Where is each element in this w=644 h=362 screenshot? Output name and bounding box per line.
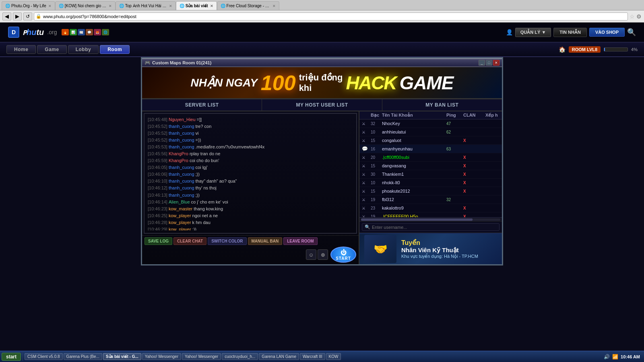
taskbar-item-7[interactable]: Warcraft III (300, 353, 325, 360)
minimize-button[interactable]: _ (479, 60, 485, 66)
manual-ban-button[interactable]: MANUAL BAN (248, 237, 283, 245)
vao-shop-button[interactable]: VÀO SHOP (589, 28, 625, 37)
chat-user[interactable]: Nguyen_Hieu (169, 116, 196, 123)
player-row-4[interactable]: ⚔ 20 .|cff00ff00subi X (359, 153, 502, 162)
player-row-8[interactable]: ⚔ 15 phoakute2012 X (359, 187, 502, 195)
chat-line-6: [10:45:56] KhangPro rplay tran do ne (148, 150, 352, 157)
player-row-2[interactable]: ⚔ 15 congaluot X (359, 136, 502, 145)
player-list-header: Bạc Tên Tài Khoản Ping CLAN Xếp h (359, 111, 502, 119)
player-row-3[interactable]: 💬 16 emanhyeunhau 63 (359, 145, 502, 153)
address-input[interactable] (43, 14, 626, 19)
switch-color-button[interactable]: SWITCH COLOR (208, 237, 246, 245)
taskbar-item-3[interactable]: Yahoo! Messenger (142, 353, 181, 360)
chat-user[interactable]: thanh_cuong (169, 178, 194, 185)
tab-sua-bai[interactable]: 🌐 Sửa bài viết ✕ (176, 1, 217, 10)
player-row-5[interactable]: ⚔ 15 dangvasang X (359, 162, 502, 170)
player-row-11[interactable]: ⚔ 19 .|CFFFFFF00.H5o X (359, 212, 502, 217)
taskbar-item-5[interactable]: cuoctruyduoi_h... (222, 353, 258, 360)
chat-input-area: ☺ ⊕ ⏻ START (144, 247, 356, 263)
tin-nhan-button[interactable]: TIN NHẮN (553, 28, 587, 37)
start-button[interactable]: ⏻ START (330, 247, 356, 263)
chat-user[interactable]: KhangPro (169, 157, 188, 164)
taskbar-item-2[interactable]: Sửa bài viết - G... (103, 353, 141, 360)
game-window-icon: 🎮 (144, 60, 151, 66)
player-row-1[interactable]: ⚔ 10 anhhieulatui 62 (359, 128, 502, 136)
reload-button[interactable]: ↺ (23, 12, 32, 21)
back-button[interactable]: ◀ (2, 12, 11, 21)
chat-time: [10:46:12] (148, 185, 167, 191)
game-window: 🎮 Custom Maps Room 01(241) _ □ ✕ NHẬN NG… (141, 57, 503, 265)
taskbar-item-0[interactable]: CSM Client v5.0.8 (25, 353, 63, 360)
chat-text: =)) (196, 137, 201, 144)
maximize-button[interactable]: □ (486, 60, 492, 66)
tab-cloud[interactable]: 🌐 Free Cloud Storage - MediaFi... ✕ (217, 1, 279, 10)
chat-text: tre? con (196, 123, 212, 130)
search-header-icon[interactable]: 🔍 (627, 28, 636, 37)
sword-icon: ⚔ (362, 181, 371, 185)
player-name: anhhieulatui (382, 130, 446, 134)
username-search-input[interactable] (372, 225, 497, 230)
player-row-7[interactable]: ⚔ 10 nhokk-lt0 X (359, 179, 502, 187)
chat-user[interactable]: thanh_cuong (169, 171, 194, 178)
sword-icon: ⚔ (362, 197, 371, 202)
logo-dot-org: .org (47, 29, 57, 35)
taskbar-item-1[interactable]: Garena Plus (Be... (64, 353, 102, 360)
special-player-icon: 💬 (362, 146, 371, 152)
player-name: NhocKey (382, 121, 446, 126)
chat-time: [10:46:14] (148, 199, 167, 206)
leave-room-button[interactable]: LEAVE ROOM (283, 237, 317, 245)
chat-line-1: [10:45:48] Nguyen_Hieu =]] (148, 116, 352, 123)
taskbar-item-6[interactable]: Garena LAN Game (259, 353, 299, 360)
start-button-taskbar[interactable]: start (2, 353, 21, 361)
clear-chat-button[interactable]: CLEAR CHAT (173, 237, 206, 245)
chat-user[interactable]: kow_player (169, 212, 191, 219)
nav-room[interactable]: Room (100, 45, 130, 54)
tab-server-list[interactable]: Server List (142, 99, 262, 111)
chat-user[interactable]: thanh_cuong (169, 144, 194, 150)
game-window-container: 🎮 Custom Maps Room 01(241) _ □ ✕ NHẬN NG… (0, 57, 644, 265)
taskbar-item-8[interactable]: KOW (326, 353, 341, 360)
tab-top-anh[interactable]: 🌐 Top Ảnh Hot Vui Hài (úp date... ✕ (116, 1, 176, 10)
save-log-button[interactable]: SAVE LOG (144, 237, 172, 245)
tab-my-ban-list[interactable]: My Ban List (382, 99, 502, 111)
tab-kow[interactable]: 🌐 [KOW] Noi chem gio =]]z - Pa... ✕ (55, 1, 116, 10)
forward-button[interactable]: ▶ (13, 12, 22, 21)
chat-user[interactable]: thanh_cuong (169, 137, 194, 144)
chat-user[interactable]: kow_master (169, 206, 192, 212)
player-row-9[interactable]: ⚔ 19 fbl312 32 (359, 195, 502, 204)
ad-tuyen: Tuyển (401, 239, 478, 247)
chat-user[interactable]: thanh_cuong (169, 164, 194, 171)
tab-my-host-list[interactable]: My Host User List (262, 99, 382, 111)
nav-lobby[interactable]: Lobby (68, 45, 99, 54)
chat-user[interactable]: Alien_Blue (169, 199, 190, 206)
chat-line-14: [10:46:23] kow_master thang kow.king (148, 206, 352, 212)
nav-home[interactable]: Home (6, 45, 36, 54)
banner-hack: HACK (346, 72, 396, 94)
player-row-6[interactable]: ⚔ 30 Thankiem1 X (359, 170, 502, 179)
tab-phutu[interactable]: 🌐 Phutu.Org - My Life ✕ (2, 1, 55, 10)
smiley-icon[interactable]: ☺ (306, 249, 316, 260)
taskbar-item-4[interactable]: Yahoo! Messenger (182, 353, 221, 360)
chat-user[interactable]: thanh_cuong (169, 130, 194, 137)
player-row-10[interactable]: ⚔ 23 kakalottro9 X (359, 204, 502, 212)
sword-icon: ⚔ (362, 121, 371, 126)
chat-user[interactable]: kow_player (169, 219, 191, 226)
chat-user[interactable]: KhangPro (169, 150, 188, 157)
chat-time: [10:46:25] (148, 212, 167, 219)
chat-line-13: [10:46:14] Alien_Blue co j' cho em ke' v… (148, 199, 352, 206)
chat-user[interactable]: thanh_cuong (169, 192, 194, 199)
chat-user[interactable]: thanh_cuong (169, 185, 194, 191)
chat-scroll-container[interactable]: [10:45:48] Nguyen_Hieu =]] [10:45:52] th… (148, 116, 354, 230)
quan-ly-button[interactable]: QUẢN LÝ ▼ (515, 28, 551, 37)
banner-content: NHẬN NGAY 100 triệu đồngkhi HACK GAME (191, 72, 454, 94)
chat-user[interactable]: thanh_cuong (169, 123, 194, 130)
chat-user[interactable]: kow_player (169, 226, 191, 230)
nav-game[interactable]: Game (37, 45, 66, 54)
close-button[interactable]: ✕ (493, 60, 500, 66)
bookmark-icon[interactable]: ☆ (630, 13, 635, 20)
room-level-badge: ROOM LVL8 (569, 46, 601, 53)
add-icon[interactable]: ⊕ (318, 249, 328, 260)
settings-icon[interactable]: ⚙ (636, 13, 642, 20)
chat-button-row: SAVE LOG CLEAR CHAT SWITCH COLOR MANUAL … (144, 237, 356, 245)
player-row-0[interactable]: ⚔ 32 NhocKey 47 (359, 119, 502, 128)
